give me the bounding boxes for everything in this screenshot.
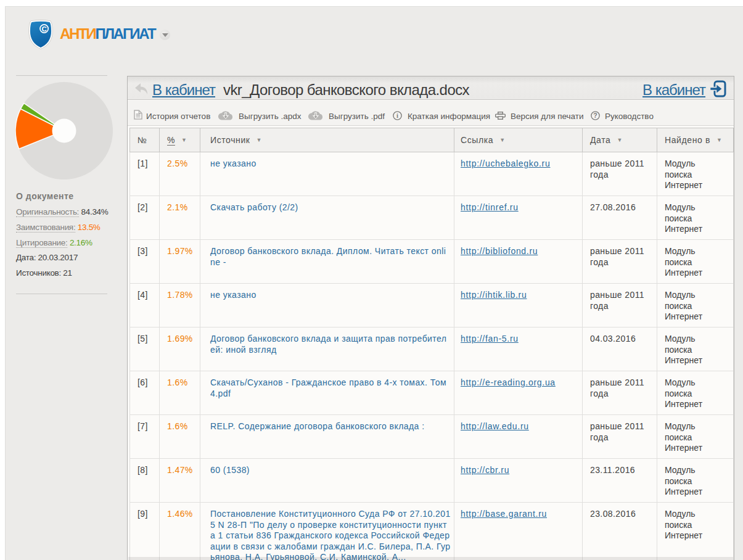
svg-text:C: C xyxy=(42,25,47,33)
svg-text:?: ? xyxy=(593,112,597,119)
svg-text:i: i xyxy=(396,112,398,119)
